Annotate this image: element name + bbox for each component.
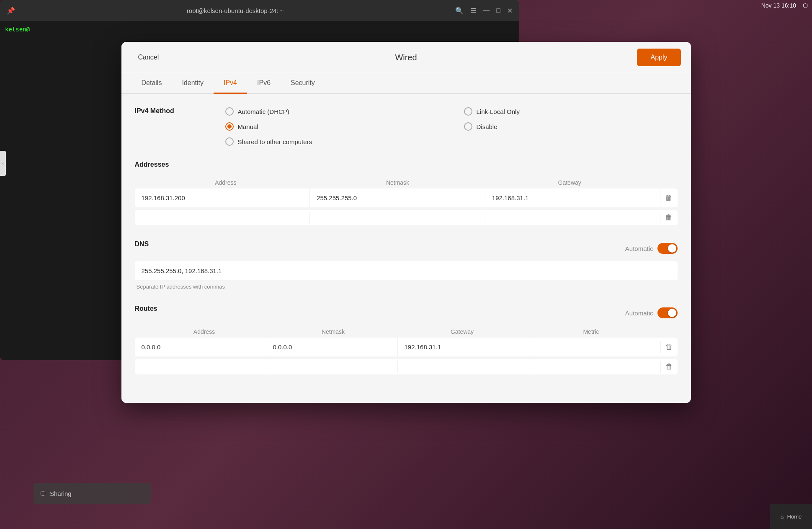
col-gateway: Gateway bbox=[484, 179, 656, 186]
dns-automatic-toggle: Automatic bbox=[625, 243, 678, 254]
dns-hint: Separate IP addresses with commas bbox=[137, 284, 678, 290]
routes-table: Address Netmask Gateway Metric 0.0.0.0 0… bbox=[135, 326, 678, 374]
ipv4-method-section: IPv4 Method Automatic (DHCP) Link-Local … bbox=[135, 107, 678, 146]
tab-identity[interactable]: Identity bbox=[172, 73, 214, 94]
delete-row-2-button[interactable]: 🗑 bbox=[660, 210, 677, 225]
tab-ipv4[interactable]: IPv4 bbox=[214, 73, 247, 94]
radio-disable[interactable]: Disable bbox=[464, 122, 678, 131]
route-gateway-1[interactable]: 192.168.31.1 bbox=[398, 338, 529, 356]
table-row: 🗑 bbox=[135, 359, 678, 374]
dialog-overlay: Cancel Wired Apply Details Identity IPv4… bbox=[0, 0, 812, 529]
radio-label-linklocal: Link-Local Only bbox=[477, 108, 520, 115]
delete-route-1-button[interactable]: 🗑 bbox=[661, 339, 678, 355]
address-cell-2[interactable] bbox=[135, 212, 310, 224]
gateway-cell-1[interactable]: 192.168.31.1 bbox=[485, 188, 661, 207]
delete-route-2-button[interactable]: 🗑 bbox=[661, 359, 678, 374]
method-options: Automatic (DHCP) Link-Local Only Manual bbox=[225, 107, 678, 146]
dns-input[interactable] bbox=[135, 261, 678, 280]
radio-circle-linklocal bbox=[464, 107, 472, 116]
radio-circle-shared bbox=[225, 137, 234, 146]
radio-label-dhcp: Automatic (DHCP) bbox=[238, 108, 289, 115]
addresses-table: Address Netmask Gateway 192.168.31.200 2… bbox=[135, 177, 678, 225]
tab-ipv6[interactable]: IPv6 bbox=[247, 73, 281, 94]
addresses-label: Addresses bbox=[135, 161, 678, 168]
table-row: 0.0.0.0 0.0.0.0 192.168.31.1 🗑 bbox=[135, 338, 678, 356]
route-metric-2[interactable] bbox=[529, 361, 661, 373]
radio-shared[interactable]: Shared to other computers bbox=[225, 137, 439, 146]
route-address-1[interactable]: 0.0.0.0 bbox=[135, 338, 266, 356]
dns-automatic-label: Automatic bbox=[625, 245, 653, 252]
route-col-address: Address bbox=[140, 328, 269, 335]
radio-circle-disable bbox=[464, 122, 472, 131]
radio-automatic-dhcp[interactable]: Automatic (DHCP) bbox=[225, 107, 439, 116]
routes-toggle[interactable] bbox=[657, 307, 678, 318]
network-dialog: Cancel Wired Apply Details Identity IPv4… bbox=[121, 42, 691, 403]
taskbar: ⌂ Home bbox=[770, 504, 812, 529]
route-address-2[interactable] bbox=[135, 361, 266, 373]
dns-header: DNS Automatic bbox=[135, 240, 678, 256]
delete-row-1-button[interactable]: 🗑 bbox=[660, 190, 677, 206]
table-row: 🗑 bbox=[135, 210, 678, 225]
home-label: Home bbox=[787, 514, 802, 520]
radio-manual[interactable]: Manual bbox=[225, 122, 439, 131]
dns-section: DNS Automatic Separate IP addresses with… bbox=[135, 240, 678, 290]
method-row: IPv4 Method Automatic (DHCP) Link-Local … bbox=[135, 107, 678, 146]
dns-label: DNS bbox=[135, 240, 149, 248]
addresses-table-header: Address Netmask Gateway bbox=[135, 177, 678, 188]
sidebar-toggle[interactable]: ‹ bbox=[0, 151, 6, 176]
route-col-netmask: Netmask bbox=[269, 328, 398, 335]
addresses-section: Addresses Address Netmask Gateway 192.16… bbox=[135, 161, 678, 225]
dialog-header: Cancel Wired Apply bbox=[121, 42, 691, 73]
dns-toggle[interactable] bbox=[657, 243, 678, 254]
routes-section: Routes Automatic Address Netmask Gateway… bbox=[135, 305, 678, 374]
tab-details[interactable]: Details bbox=[131, 73, 172, 94]
radio-circle-manual bbox=[225, 122, 234, 131]
cancel-button[interactable]: Cancel bbox=[131, 50, 166, 65]
routes-automatic-label: Automatic bbox=[625, 310, 653, 317]
gateway-cell-2[interactable] bbox=[485, 212, 661, 224]
netmask-cell-2[interactable] bbox=[310, 212, 485, 224]
radio-label-disable: Disable bbox=[477, 123, 498, 130]
col-netmask: Netmask bbox=[312, 179, 484, 186]
dialog-content: IPv4 Method Automatic (DHCP) Link-Local … bbox=[121, 94, 691, 403]
tab-security[interactable]: Security bbox=[281, 73, 325, 94]
route-col-metric: Metric bbox=[527, 328, 656, 335]
radio-link-local[interactable]: Link-Local Only bbox=[464, 107, 678, 116]
route-netmask-2[interactable] bbox=[266, 361, 398, 373]
routes-automatic-toggle: Automatic bbox=[625, 307, 678, 318]
radio-circle-dhcp bbox=[225, 107, 234, 116]
route-col-gateway: Gateway bbox=[398, 328, 527, 335]
table-row: 192.168.31.200 255.255.255.0 192.168.31.… bbox=[135, 188, 678, 207]
tab-bar: Details Identity IPv4 IPv6 Security bbox=[121, 73, 691, 94]
col-address: Address bbox=[140, 179, 312, 186]
routes-table-header: Address Netmask Gateway Metric bbox=[135, 326, 678, 338]
ipv4-method-label: IPv4 Method bbox=[135, 107, 219, 115]
routes-header: Routes Automatic bbox=[135, 305, 678, 321]
route-metric-1[interactable] bbox=[529, 341, 661, 353]
address-cell-1[interactable]: 192.168.31.200 bbox=[135, 188, 310, 207]
apply-button[interactable]: Apply bbox=[637, 49, 681, 66]
dialog-title: Wired bbox=[395, 53, 417, 62]
home-icon: ⌂ bbox=[781, 514, 784, 520]
route-netmask-1[interactable]: 0.0.0.0 bbox=[266, 338, 398, 356]
netmask-cell-1[interactable]: 255.255.255.0 bbox=[310, 188, 485, 207]
routes-label: Routes bbox=[135, 305, 157, 312]
radio-label-shared: Shared to other computers bbox=[238, 138, 312, 145]
radio-label-manual: Manual bbox=[238, 123, 258, 130]
route-gateway-2[interactable] bbox=[398, 361, 529, 373]
